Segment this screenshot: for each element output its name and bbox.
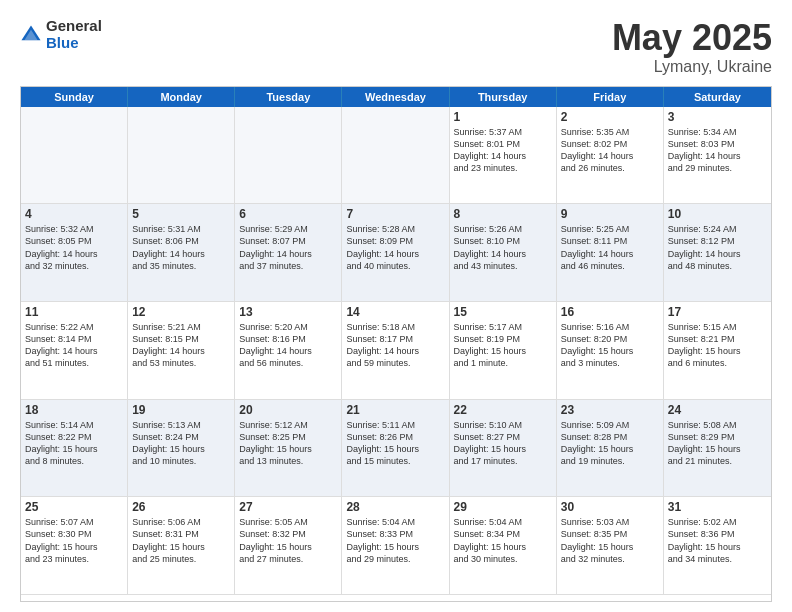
day-number: 30 — [561, 500, 659, 514]
day-number: 11 — [25, 305, 123, 319]
cell-info: Sunrise: 5:17 AM Sunset: 8:19 PM Dayligh… — [454, 321, 552, 370]
calendar-cell: 31Sunrise: 5:02 AM Sunset: 8:36 PM Dayli… — [664, 497, 771, 595]
day-number: 9 — [561, 207, 659, 221]
logo-text: General Blue — [46, 18, 102, 51]
day-number: 3 — [668, 110, 767, 124]
weekday-header: Monday — [128, 87, 235, 107]
day-number: 20 — [239, 403, 337, 417]
calendar-cell: 11Sunrise: 5:22 AM Sunset: 8:14 PM Dayli… — [21, 302, 128, 400]
day-number: 4 — [25, 207, 123, 221]
day-number: 8 — [454, 207, 552, 221]
day-number: 31 — [668, 500, 767, 514]
day-number: 18 — [25, 403, 123, 417]
day-number: 29 — [454, 500, 552, 514]
calendar-cell: 18Sunrise: 5:14 AM Sunset: 8:22 PM Dayli… — [21, 400, 128, 498]
weekday-header: Saturday — [664, 87, 771, 107]
cell-info: Sunrise: 5:09 AM Sunset: 8:28 PM Dayligh… — [561, 419, 659, 468]
cell-info: Sunrise: 5:21 AM Sunset: 8:15 PM Dayligh… — [132, 321, 230, 370]
weekday-header: Wednesday — [342, 87, 449, 107]
cell-info: Sunrise: 5:34 AM Sunset: 8:03 PM Dayligh… — [668, 126, 767, 175]
calendar-cell: 24Sunrise: 5:08 AM Sunset: 8:29 PM Dayli… — [664, 400, 771, 498]
cell-info: Sunrise: 5:04 AM Sunset: 8:33 PM Dayligh… — [346, 516, 444, 565]
cell-info: Sunrise: 5:16 AM Sunset: 8:20 PM Dayligh… — [561, 321, 659, 370]
day-number: 26 — [132, 500, 230, 514]
weekday-header: Tuesday — [235, 87, 342, 107]
cell-info: Sunrise: 5:29 AM Sunset: 8:07 PM Dayligh… — [239, 223, 337, 272]
cell-info: Sunrise: 5:10 AM Sunset: 8:27 PM Dayligh… — [454, 419, 552, 468]
cell-info: Sunrise: 5:28 AM Sunset: 8:09 PM Dayligh… — [346, 223, 444, 272]
calendar-cell: 3Sunrise: 5:34 AM Sunset: 8:03 PM Daylig… — [664, 107, 771, 205]
day-number: 15 — [454, 305, 552, 319]
calendar-cell: 26Sunrise: 5:06 AM Sunset: 8:31 PM Dayli… — [128, 497, 235, 595]
day-number: 12 — [132, 305, 230, 319]
calendar-cell: 27Sunrise: 5:05 AM Sunset: 8:32 PM Dayli… — [235, 497, 342, 595]
cell-info: Sunrise: 5:37 AM Sunset: 8:01 PM Dayligh… — [454, 126, 552, 175]
day-number: 21 — [346, 403, 444, 417]
day-number: 5 — [132, 207, 230, 221]
cell-info: Sunrise: 5:03 AM Sunset: 8:35 PM Dayligh… — [561, 516, 659, 565]
cell-info: Sunrise: 5:06 AM Sunset: 8:31 PM Dayligh… — [132, 516, 230, 565]
logo-general: General — [46, 18, 102, 35]
calendar-cell: 30Sunrise: 5:03 AM Sunset: 8:35 PM Dayli… — [557, 497, 664, 595]
day-number: 7 — [346, 207, 444, 221]
calendar-cell: 22Sunrise: 5:10 AM Sunset: 8:27 PM Dayli… — [450, 400, 557, 498]
calendar-cell: 1Sunrise: 5:37 AM Sunset: 8:01 PM Daylig… — [450, 107, 557, 205]
calendar: SundayMondayTuesdayWednesdayThursdayFrid… — [20, 86, 772, 602]
cell-info: Sunrise: 5:02 AM Sunset: 8:36 PM Dayligh… — [668, 516, 767, 565]
day-number: 16 — [561, 305, 659, 319]
calendar-cell: 25Sunrise: 5:07 AM Sunset: 8:30 PM Dayli… — [21, 497, 128, 595]
calendar-cell: 19Sunrise: 5:13 AM Sunset: 8:24 PM Dayli… — [128, 400, 235, 498]
day-number: 24 — [668, 403, 767, 417]
calendar-cell: 17Sunrise: 5:15 AM Sunset: 8:21 PM Dayli… — [664, 302, 771, 400]
day-number: 2 — [561, 110, 659, 124]
empty-cell — [235, 107, 342, 205]
day-number: 28 — [346, 500, 444, 514]
day-number: 22 — [454, 403, 552, 417]
calendar-body: 1Sunrise: 5:37 AM Sunset: 8:01 PM Daylig… — [21, 107, 771, 595]
calendar-cell: 2Sunrise: 5:35 AM Sunset: 8:02 PM Daylig… — [557, 107, 664, 205]
day-number: 1 — [454, 110, 552, 124]
cell-info: Sunrise: 5:18 AM Sunset: 8:17 PM Dayligh… — [346, 321, 444, 370]
calendar-cell: 21Sunrise: 5:11 AM Sunset: 8:26 PM Dayli… — [342, 400, 449, 498]
calendar-cell: 6Sunrise: 5:29 AM Sunset: 8:07 PM Daylig… — [235, 204, 342, 302]
empty-cell — [21, 107, 128, 205]
calendar-cell: 23Sunrise: 5:09 AM Sunset: 8:28 PM Dayli… — [557, 400, 664, 498]
calendar-cell: 7Sunrise: 5:28 AM Sunset: 8:09 PM Daylig… — [342, 204, 449, 302]
day-number: 10 — [668, 207, 767, 221]
cell-info: Sunrise: 5:12 AM Sunset: 8:25 PM Dayligh… — [239, 419, 337, 468]
title-block: May 2025 Lymany, Ukraine — [612, 18, 772, 76]
calendar-header: SundayMondayTuesdayWednesdayThursdayFrid… — [21, 87, 771, 107]
cell-info: Sunrise: 5:14 AM Sunset: 8:22 PM Dayligh… — [25, 419, 123, 468]
calendar-cell: 20Sunrise: 5:12 AM Sunset: 8:25 PM Dayli… — [235, 400, 342, 498]
cell-info: Sunrise: 5:24 AM Sunset: 8:12 PM Dayligh… — [668, 223, 767, 272]
cell-info: Sunrise: 5:13 AM Sunset: 8:24 PM Dayligh… — [132, 419, 230, 468]
cell-info: Sunrise: 5:25 AM Sunset: 8:11 PM Dayligh… — [561, 223, 659, 272]
day-number: 23 — [561, 403, 659, 417]
calendar-cell: 9Sunrise: 5:25 AM Sunset: 8:11 PM Daylig… — [557, 204, 664, 302]
calendar-cell: 13Sunrise: 5:20 AM Sunset: 8:16 PM Dayli… — [235, 302, 342, 400]
day-number: 27 — [239, 500, 337, 514]
empty-cell — [342, 107, 449, 205]
logo: General Blue — [20, 18, 102, 51]
day-number: 19 — [132, 403, 230, 417]
cell-info: Sunrise: 5:32 AM Sunset: 8:05 PM Dayligh… — [25, 223, 123, 272]
cell-info: Sunrise: 5:11 AM Sunset: 8:26 PM Dayligh… — [346, 419, 444, 468]
cell-info: Sunrise: 5:08 AM Sunset: 8:29 PM Dayligh… — [668, 419, 767, 468]
cell-info: Sunrise: 5:15 AM Sunset: 8:21 PM Dayligh… — [668, 321, 767, 370]
cell-info: Sunrise: 5:35 AM Sunset: 8:02 PM Dayligh… — [561, 126, 659, 175]
weekday-header: Sunday — [21, 87, 128, 107]
day-number: 14 — [346, 305, 444, 319]
cell-info: Sunrise: 5:22 AM Sunset: 8:14 PM Dayligh… — [25, 321, 123, 370]
day-number: 25 — [25, 500, 123, 514]
cell-info: Sunrise: 5:07 AM Sunset: 8:30 PM Dayligh… — [25, 516, 123, 565]
logo-icon — [20, 24, 42, 46]
header: General Blue May 2025 Lymany, Ukraine — [20, 18, 772, 76]
calendar-cell: 5Sunrise: 5:31 AM Sunset: 8:06 PM Daylig… — [128, 204, 235, 302]
page: General Blue May 2025 Lymany, Ukraine Su… — [0, 0, 792, 612]
day-number: 17 — [668, 305, 767, 319]
cell-info: Sunrise: 5:04 AM Sunset: 8:34 PM Dayligh… — [454, 516, 552, 565]
calendar-cell: 28Sunrise: 5:04 AM Sunset: 8:33 PM Dayli… — [342, 497, 449, 595]
title-location: Lymany, Ukraine — [612, 58, 772, 76]
logo-blue: Blue — [46, 35, 102, 52]
calendar-cell: 16Sunrise: 5:16 AM Sunset: 8:20 PM Dayli… — [557, 302, 664, 400]
